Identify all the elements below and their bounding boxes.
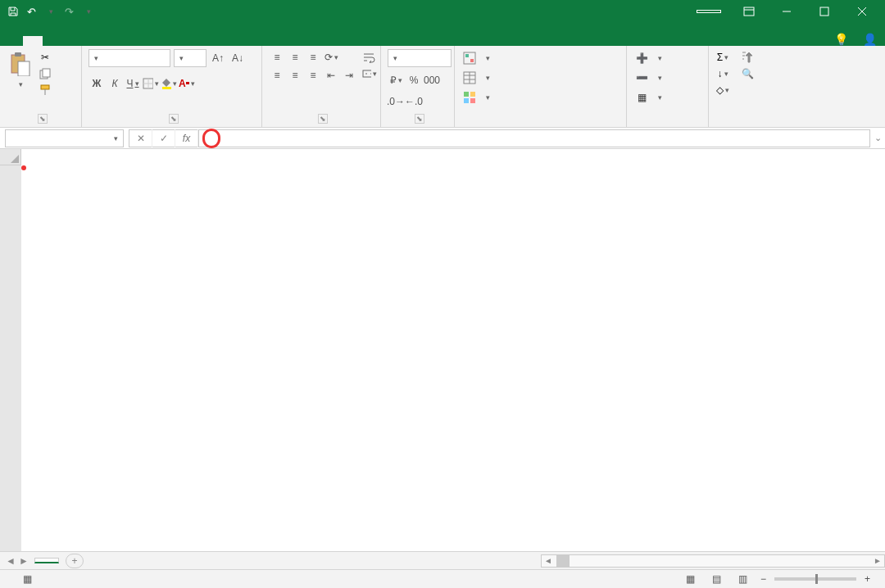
redo-icon[interactable]: ↷: [62, 5, 75, 18]
dialog-launcher-icon[interactable]: ⬊: [169, 114, 179, 124]
autosum-icon[interactable]: Σ ▾: [715, 51, 730, 64]
name-box[interactable]: ▾: [5, 129, 124, 147]
sheet-nav[interactable]: ◄►: [0, 555, 34, 567]
clear-icon[interactable]: ◇ ▾: [715, 84, 730, 97]
increase-indent-icon[interactable]: ⇥: [341, 67, 357, 84]
wrap-text-icon[interactable]: [362, 51, 377, 64]
tab-home[interactable]: [23, 36, 43, 46]
normal-view-icon[interactable]: ▦: [682, 572, 700, 586]
font-color-button[interactable]: А▾: [179, 75, 195, 92]
page-layout-view-icon[interactable]: ▤: [708, 572, 726, 586]
cut-icon[interactable]: ✂: [38, 51, 52, 64]
tab-formulas[interactable]: [82, 36, 102, 46]
number-format-select[interactable]: ▾: [388, 49, 452, 67]
tab-file[interactable]: [0, 36, 23, 46]
scroll-thumb[interactable]: [556, 555, 570, 567]
bold-button[interactable]: Ж: [88, 75, 105, 92]
orientation-icon[interactable]: ⟳▾: [323, 49, 339, 66]
zoom-slider[interactable]: [774, 577, 856, 581]
ribbon-tabs: 💡 👤: [0, 23, 885, 46]
percent-format-icon[interactable]: %: [406, 72, 422, 88]
find-select-icon[interactable]: 🔍: [740, 67, 755, 80]
sort-filter-icon[interactable]: [740, 51, 755, 64]
sheet-next-icon[interactable]: ►: [18, 555, 30, 567]
save-icon[interactable]: [7, 5, 20, 18]
group-alignment: ≡ ≡ ≡ ⟳▾ ≡ ≡ ≡ ⇤ ⇥ ▾ ⬊: [262, 46, 381, 127]
font-name-select[interactable]: ▾: [88, 49, 170, 67]
fill-icon[interactable]: ↓ ▾: [715, 67, 730, 80]
align-bottom-icon[interactable]: ≡: [305, 49, 321, 66]
maximize-icon[interactable]: [806, 0, 842, 23]
delete-cells-icon: ➖: [633, 70, 650, 85]
status-bar: ▦ ▦ ▤ ▥ − +: [0, 569, 885, 588]
worksheet-grid[interactable]: [0, 149, 885, 551]
copy-icon[interactable]: [38, 67, 52, 80]
macro-record-icon[interactable]: ▦: [23, 573, 32, 585]
tab-insert[interactable]: [43, 36, 62, 46]
group-cells: ➕▾ ➖▾ ▦▾: [627, 46, 709, 127]
cell-styles-icon: [461, 90, 478, 105]
comma-format-icon[interactable]: 000: [424, 72, 440, 88]
paste-button[interactable]: ▾: [7, 49, 33, 88]
close-icon[interactable]: [844, 0, 880, 23]
align-center-icon[interactable]: ≡: [287, 67, 303, 84]
tab-view[interactable]: [141, 36, 161, 46]
accounting-format-icon[interactable]: ₽▾: [388, 72, 404, 88]
decrease-indent-icon[interactable]: ⇤: [323, 67, 339, 84]
group-clipboard: ▾ ✂ ⬊: [0, 46, 82, 127]
insert-cells-button[interactable]: ➕▾: [633, 49, 701, 67]
cancel-formula-icon[interactable]: ✕: [129, 129, 152, 147]
zoom-out-icon[interactable]: −: [760, 573, 766, 585]
signin-button[interactable]: [697, 10, 721, 13]
dialog-launcher-icon[interactable]: ⬊: [38, 114, 48, 124]
minimize-icon[interactable]: [769, 0, 805, 23]
row-headers[interactable]: [0, 165, 21, 551]
format-painter-icon[interactable]: [38, 84, 52, 97]
undo-icon[interactable]: ↶: [25, 5, 38, 18]
sheet-tab[interactable]: [34, 558, 59, 563]
cell-styles-button[interactable]: ▾: [461, 88, 620, 106]
dialog-launcher-icon[interactable]: ⬊: [318, 114, 328, 124]
sheet-prev-icon[interactable]: ◄: [5, 555, 16, 567]
fx-icon[interactable]: fx: [175, 129, 198, 147]
dialog-launcher-icon[interactable]: ⬊: [415, 114, 424, 124]
ribbon-options-icon[interactable]: [731, 0, 767, 23]
share-button[interactable]: 👤: [863, 33, 877, 46]
underline-button[interactable]: Ч ▾: [125, 75, 141, 92]
decrease-font-icon[interactable]: A↓: [229, 50, 246, 66]
tab-data[interactable]: [102, 36, 121, 46]
increase-decimal-icon[interactable]: .0→: [388, 93, 404, 110]
align-top-icon[interactable]: ≡: [269, 49, 285, 66]
tellme-button[interactable]: 💡: [834, 33, 848, 46]
font-size-select[interactable]: ▾: [174, 49, 206, 67]
tab-page-layout[interactable]: [62, 36, 82, 46]
tab-help[interactable]: [180, 36, 200, 46]
expand-formula-bar-icon[interactable]: ⌄: [870, 133, 885, 143]
delete-cells-button[interactable]: ➖▾: [633, 69, 701, 87]
format-cells-button[interactable]: ▦▾: [633, 88, 701, 106]
select-all-button[interactable]: [0, 149, 21, 165]
fill-color-button[interactable]: ▾: [161, 75, 177, 92]
new-sheet-button[interactable]: +: [66, 554, 84, 568]
scroll-left-icon[interactable]: ◄: [542, 556, 555, 565]
qat-customize-icon[interactable]: ▾: [82, 5, 95, 18]
format-as-table-button[interactable]: ▾: [461, 69, 620, 87]
tab-review[interactable]: [121, 36, 141, 46]
undo-dropdown-icon[interactable]: ▾: [44, 5, 57, 18]
enter-formula-icon[interactable]: ✓: [152, 129, 175, 147]
align-middle-icon[interactable]: ≡: [287, 49, 303, 66]
align-left-icon[interactable]: ≡: [269, 67, 285, 84]
merge-center-icon[interactable]: ▾: [362, 67, 377, 80]
zoom-in-icon[interactable]: +: [865, 573, 870, 585]
align-right-icon[interactable]: ≡: [305, 67, 321, 84]
horizontal-scrollbar[interactable]: ◄►: [541, 554, 885, 568]
increase-font-icon[interactable]: A↑: [210, 50, 226, 66]
border-button[interactable]: ▾: [143, 75, 159, 92]
decrease-decimal-icon[interactable]: ←.0: [406, 93, 422, 110]
italic-button[interactable]: К: [107, 75, 123, 92]
tab-developer[interactable]: [161, 36, 180, 46]
scroll-right-icon[interactable]: ►: [871, 556, 884, 565]
formula-input[interactable]: [198, 129, 870, 147]
page-break-view-icon[interactable]: ▥: [734, 572, 752, 586]
conditional-formatting-button[interactable]: ▾: [461, 49, 620, 67]
